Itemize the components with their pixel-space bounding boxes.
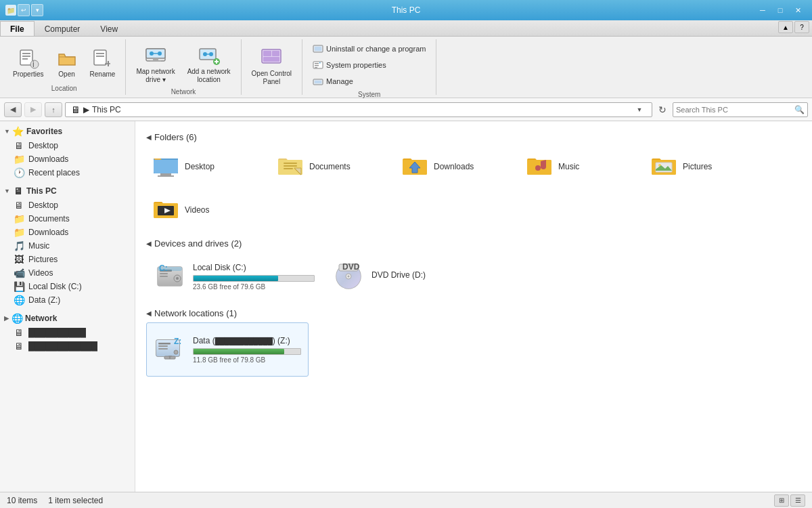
thispc-arrow: ▼ bbox=[4, 188, 10, 194]
drives-triangle[interactable]: ◀ bbox=[146, 240, 152, 247]
back-button[interactable]: ◀ bbox=[4, 102, 22, 117]
folders-triangle[interactable]: ◀ bbox=[146, 133, 152, 141]
sidebar-pictures[interactable]: 🖼 Pictures bbox=[0, 253, 135, 266]
folder-pictures-label: Pictures bbox=[683, 162, 712, 171]
folder-desktop[interactable]: Desktop bbox=[146, 146, 268, 187]
network-title: Network locations (1) bbox=[154, 308, 237, 318]
address-path[interactable]: 🖥 ▶ This PC ▼ bbox=[65, 102, 652, 117]
drive-d-info: DVD Drive (D:) bbox=[371, 270, 493, 282]
controlpanel-buttons: Open ControlPanel bbox=[247, 42, 296, 91]
quick-access-btn1[interactable]: ↩ bbox=[18, 4, 30, 16]
add-network-icon bbox=[198, 45, 220, 66]
address-dropdown-btn[interactable]: ▼ bbox=[633, 102, 646, 117]
network-triangle[interactable]: ◀ bbox=[146, 310, 152, 317]
sidebar-downloads[interactable]: 📁 Downloads bbox=[0, 226, 135, 239]
folder-documents[interactable]: Documents bbox=[271, 146, 392, 187]
details-view-btn[interactable]: ☰ bbox=[790, 494, 805, 507]
search-input[interactable] bbox=[676, 106, 794, 114]
drive-d-name: DVD Drive (D:) bbox=[371, 270, 493, 280]
forward-button[interactable]: ▶ bbox=[24, 102, 42, 117]
ribbon-nav: ▲ ? bbox=[778, 21, 809, 33]
recent-icon: 🕐 bbox=[14, 167, 24, 178]
svg-point-15 bbox=[158, 51, 162, 56]
rename-button[interactable]: Rename bbox=[85, 45, 120, 81]
open-button[interactable]: Open bbox=[51, 45, 83, 81]
close-button[interactable]: ✕ bbox=[789, 3, 807, 17]
main-area: ▼ ⭐ Favorites 🖥 Desktop 📁 Downloads 🕐 Re… bbox=[0, 121, 812, 492]
sidebar-favorites-section[interactable]: ▼ ⭐ Favorites bbox=[0, 124, 135, 139]
pictures-icon: 🖼 bbox=[14, 254, 24, 265]
svg-rect-7 bbox=[96, 53, 104, 54]
tab-view[interactable]: View bbox=[90, 21, 128, 36]
uninstall-button[interactable]: Uninstall or change a program bbox=[308, 42, 430, 57]
title-bar-left: 📁 ↩ ▾ bbox=[5, 4, 43, 16]
folder-videos[interactable]: Videos bbox=[146, 190, 268, 230]
refresh-button[interactable]: ↻ bbox=[655, 102, 670, 117]
drive-d[interactable]: DVD DVD Drive (D:) bbox=[325, 253, 501, 300]
open-cp-button[interactable]: Open ControlPanel bbox=[247, 44, 296, 89]
large-icons-view-btn[interactable]: ⊞ bbox=[774, 494, 789, 507]
map-network-icon bbox=[145, 45, 166, 66]
search-box[interactable]: 🔍 bbox=[673, 102, 808, 117]
sys-props-button[interactable]: System properties bbox=[308, 58, 391, 73]
network-z-bar-bg bbox=[193, 348, 301, 355]
uninstall-icon bbox=[313, 44, 323, 55]
path-separator: ▶ bbox=[83, 105, 89, 114]
folder-videos-label: Videos bbox=[185, 205, 209, 215]
videos-label: Videos bbox=[28, 268, 53, 278]
ribbon-help[interactable]: ? bbox=[794, 21, 809, 33]
drive-c-icon: C: bbox=[154, 260, 186, 293]
tab-file[interactable]: File bbox=[0, 21, 35, 36]
sidebar-localdisk[interactable]: 💾 Local Disk (C:) bbox=[0, 280, 135, 293]
sidebar-videos[interactable]: 📹 Videos bbox=[0, 266, 135, 280]
network-grid: Z: Data (████████████) (Z:) 11.8 GB free… bbox=[146, 322, 801, 377]
ribbon-group-controlpanel: Open ControlPanel bbox=[242, 39, 302, 95]
thispc-label: This PC bbox=[26, 186, 57, 196]
maximize-button[interactable]: □ bbox=[771, 3, 789, 17]
sidebar-documents[interactable]: 📁 Documents bbox=[0, 212, 135, 226]
sidebar-item-downloads-fav[interactable]: 📁 Downloads bbox=[0, 152, 135, 166]
sidebar-music[interactable]: 🎵 Music bbox=[0, 239, 135, 253]
pictures-label: Pictures bbox=[28, 255, 58, 264]
ribbon-up[interactable]: ▲ bbox=[778, 21, 793, 33]
network-item1-icon: 🖥 bbox=[14, 327, 24, 338]
sidebar-desktop[interactable]: 🖥 Desktop bbox=[0, 198, 135, 212]
folder-downloads[interactable]: Downloads bbox=[395, 146, 517, 187]
quick-access: 📁 ↩ ▾ bbox=[5, 4, 43, 16]
folder-grid: Desktop Documents bbox=[146, 146, 801, 230]
map-network-button[interactable]: Map networkdrive ▾ bbox=[131, 42, 179, 87]
sidebar-item-recent[interactable]: 🕐 Recent places bbox=[0, 166, 135, 179]
manage-button[interactable]: Manage bbox=[308, 75, 358, 89]
sidebar-network-item1[interactable]: 🖥 ██████████ bbox=[0, 326, 135, 339]
sidebar-data-z[interactable]: 🌐 Data (Z:) bbox=[0, 293, 135, 307]
minimize-button[interactable]: ─ bbox=[754, 3, 771, 17]
items-count: 10 items bbox=[7, 496, 37, 505]
drive-c-info: Local Disk (C:) 23.6 GB free of 79.6 GB bbox=[193, 263, 315, 291]
properties-button[interactable]: i Properties bbox=[8, 45, 49, 81]
folders-title: Folders (6) bbox=[154, 132, 197, 142]
drive-c[interactable]: C: Local Disk (C:) 23.6 GB free of 79.6 … bbox=[146, 253, 322, 300]
svg-rect-39 bbox=[160, 173, 171, 175]
svg-text:Z:: Z: bbox=[174, 337, 181, 346]
sidebar-item-desktop-fav[interactable]: 🖥 Desktop bbox=[0, 139, 135, 152]
window-icon: 📁 bbox=[5, 5, 16, 16]
quick-access-btn2[interactable]: ▾ bbox=[31, 4, 43, 16]
folder-desktop-icon bbox=[152, 153, 179, 180]
manage-label: Manage bbox=[326, 77, 353, 86]
folder-music[interactable]: Music bbox=[520, 146, 641, 187]
network-location-z[interactable]: Z: Data (████████████) (Z:) 11.8 GB free… bbox=[146, 322, 309, 377]
svg-point-4 bbox=[30, 60, 39, 68]
up-button[interactable]: ↑ bbox=[45, 102, 62, 117]
tab-computer[interactable]: Computer bbox=[35, 21, 91, 36]
sidebar-network-section[interactable]: ▶ 🌐 Network bbox=[0, 311, 135, 326]
sidebar-thispc-section[interactable]: ▼ 🖥 This PC bbox=[0, 184, 135, 198]
sidebar-network-item2[interactable]: 🖥 ████████████ bbox=[0, 339, 135, 353]
ribbon: File Computer View ▲ ? bbox=[0, 20, 812, 98]
svg-rect-2 bbox=[22, 56, 30, 57]
data-z-label: Data (Z:) bbox=[28, 295, 60, 305]
svg-rect-8 bbox=[96, 56, 104, 57]
drive-grid: C: Local Disk (C:) 23.6 GB free of 79.6 … bbox=[146, 253, 801, 300]
folder-pictures[interactable]: Pictures bbox=[644, 146, 766, 187]
ribbon-group-network: Map networkdrive ▾ bbox=[126, 39, 241, 95]
add-network-button[interactable]: Add a networklocation bbox=[183, 42, 235, 87]
